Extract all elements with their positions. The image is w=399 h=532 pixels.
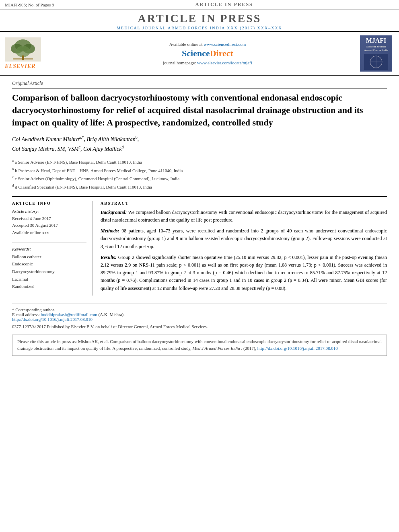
abstract-background: Background: We compared balloon dacryocy… [101,209,387,224]
mjafi-cover-image [364,54,388,70]
affiliations: a a Senior Adviser (ENT-HNS), Base Hospi… [12,158,387,190]
main-content: Original Article Comparison of balloon d… [0,76,399,356]
keyword-randomized: Randomized [12,283,86,290]
email-suffix: (A.K. Mishra). [99,312,125,317]
article-in-press-banner: Article in Press MEDICAL JOURNAL ARMED F… [0,10,399,32]
history-label: Article history: [12,209,86,214]
top-bar: MJAFI-906; No. of Pages 9 ARTICLE IN PRE… [0,0,399,10]
section-type-label: Original Article [12,80,387,88]
svg-point-4 [16,46,30,57]
doi-link[interactable]: http://dx.doi.org/10.1016/j.mjafi.2017.0… [12,317,93,322]
email-label: E-mail address: [12,312,40,317]
available-online: Available online xxx [12,229,86,236]
mjafi-text: MJAFI [366,37,387,44]
article-in-press-label: ARTICLE IN PRESS [195,2,253,8]
authors-line: Col Awadhesh Kumar Mishraa,*, Brig Ajith… [12,134,387,154]
divider [12,242,86,242]
article-title: Comparison of balloon dacryocystorhinost… [12,92,387,129]
article-info-header: ARTICLE INFO [12,201,86,205]
homepage-text: journal homepage: www.elsevier.com/locat… [61,60,354,65]
citation-doi-link[interactable]: http://dx.doi.org/10.1016/j.mjafi.2017.0… [257,346,338,351]
header-logos: ELSEVIER Available online at www.science… [0,32,399,76]
mjafi-subtitle: Medical JournalArmed Forces India [364,45,388,52]
keyword-endoscopic: Endoscopic [12,260,86,268]
author-mallick: Col Ajay Mallick [83,146,121,152]
affiliation-b: b b Professor & Head, Dept of ENT – HNS,… [12,166,387,174]
citation-box: Please cite this article in press as: Mi… [12,335,387,356]
author-sanjay: Col Sanjay Mishra, SM, VSM [12,146,79,152]
abstract-methods: Methods: 98 patients, aged 10–73 years, … [101,227,387,251]
doi-line: http://dx.doi.org/10.1016/j.mjafi.2017.0… [12,317,387,322]
email-line: E-mail address: buddhiprakash@rediffmail… [12,312,387,317]
elsevier-tree-image [5,37,41,62]
citation-year: . (2017), [241,346,257,351]
background-label: Background: [101,210,127,215]
svg-rect-6 [13,58,33,60]
author-nilakantan: Brig Ajith Nilakantan [87,136,136,142]
keyword-lacrimal: Lacrimal [12,275,86,283]
available-online-text: Available online at www.sciencedirect.co… [61,42,354,47]
keywords-section: Keywords: Balloon catheter Endoscopic Da… [12,246,86,290]
manuscript-id: MJAFI-906; No. of Pages 9 [5,2,54,7]
affiliation-a: a a Senior Adviser (ENT-HNS), Base Hospi… [12,158,387,166]
affiliation-c: c c Senior Adviser (Ophthalmology), Comm… [12,174,387,182]
aip-title: Article in Press [0,12,399,25]
abstract-results: Results: Group 2 showed significantly sh… [101,254,387,292]
abstract-text: Background: We compared balloon dacryocy… [101,209,387,292]
email-link[interactable]: buddhiprakash@rediffmail.com [41,312,97,317]
methods-text: 98 patients, aged 10–73 years, were recr… [101,228,387,249]
mjafi-logo: MJAFI Medical JournalArmed Forces India [358,35,394,72]
article-info-column: ARTICLE INFO Article history: Received 4… [12,201,93,296]
page-wrapper: MJAFI-906; No. of Pages 9 ARTICLE IN PRE… [0,0,399,532]
accepted-date: Accepted 30 August 2017 [12,222,86,229]
sciencedirect-logo: ScienceDirect [61,48,354,59]
abstract-column: ABSTRACT Background: We compared balloon… [101,201,387,296]
results-label: Results: [101,255,117,260]
methods-label: Methods: [101,228,119,234]
elsevier-tree-svg [5,37,41,62]
copyright-line: 0377-1237/© 2017 Published by Elsevier B… [12,324,387,329]
results-text: Group 2 showed significantly shorter mea… [101,255,387,291]
two-col-section: ARTICLE INFO Article history: Received 4… [12,196,387,296]
footnote-section: * Corresponding author. E-mail address: … [12,304,387,329]
keyword-dacryocystorhinostomy: Dacryocystorhinostomy [12,268,86,275]
background-text: We compared balloon dacryocystorhinostom… [101,210,387,223]
journal-homepage-url[interactable]: www.elsevier.com/locate/mjafi [197,60,252,65]
citation-journal: Med J Armed Forces India [193,346,240,351]
mjafi-box: MJAFI Medical JournalArmed Forces India [360,35,392,72]
sciencedirect-url[interactable]: www.sciencedirect.com [204,42,246,47]
abstract-header: ABSTRACT [101,201,387,205]
received-date: Received 4 June 2017 [12,215,86,222]
svg-rect-5 [22,55,24,60]
keyword-balloon-catheter: Balloon catheter [12,253,86,261]
header-center: Available online at www.sciencedirect.co… [61,42,354,65]
elsevier-logo: ELSEVIER [5,37,57,70]
affiliation-d: d d Classified Specialist (ENT-HNS), Bas… [12,183,387,191]
article-history: Article history: Received 4 June 2017 Ac… [12,209,86,236]
corresponding-star: * Corresponding author. [12,307,55,312]
corresponding-author-note: * Corresponding author. [12,307,387,312]
elsevier-text: ELSEVIER [5,63,57,70]
journal-name: MEDICAL JOURNAL ARMED FORCES INDIA XXX (… [0,26,399,30]
author-mishra: Col Awadhesh Kumar Mishra [12,136,79,142]
keywords-label: Keywords: [12,246,86,251]
